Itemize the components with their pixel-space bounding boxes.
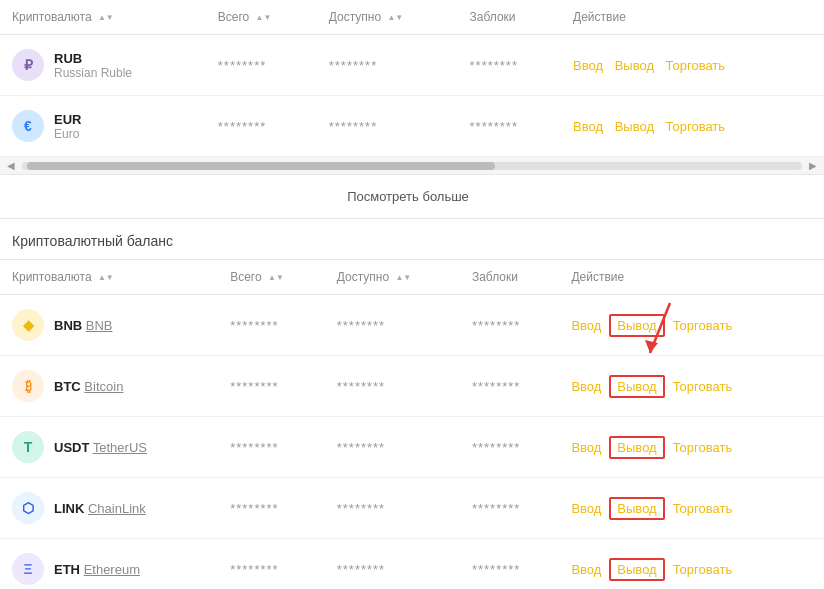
crypto-col-available: Доступно ▲▼ bbox=[325, 260, 460, 295]
eur-icon: € bbox=[12, 110, 44, 142]
scroll-left-arrow[interactable]: ◀ bbox=[4, 160, 18, 171]
bnb-available: ******** bbox=[325, 295, 460, 356]
rub-withdraw-link[interactable]: Вывод bbox=[615, 58, 654, 73]
btc-deposit-link[interactable]: Ввод bbox=[571, 379, 601, 394]
currency-name-link[interactable]: TetherUS bbox=[93, 440, 147, 455]
scroll-right-arrow[interactable]: ▶ bbox=[806, 160, 820, 171]
eth-trade-link[interactable]: Торговать bbox=[673, 562, 733, 577]
usdt-withdraw-highlighted[interactable]: Вывод bbox=[609, 436, 664, 459]
usdt-deposit-link[interactable]: Ввод bbox=[571, 440, 601, 455]
crypto-table-wrapper: Криптовалюта ▲▼ Всего ▲▼ Доступно ▲▼ З bbox=[0, 260, 824, 589]
fiat-col-blocked: Заблоки bbox=[458, 0, 562, 35]
rub-deposit-link[interactable]: Ввод bbox=[573, 58, 603, 73]
link-trade-link[interactable]: Торговать bbox=[673, 501, 733, 516]
fiat-eur-actions: Ввод Вывод Торговать bbox=[561, 96, 824, 157]
eth-actions: ВводВыводТорговать bbox=[559, 539, 824, 590]
currency-name-link[interactable]: Ethereum bbox=[84, 562, 140, 577]
eur-deposit-link[interactable]: Ввод bbox=[573, 119, 603, 134]
usdt-available: ******** bbox=[325, 417, 460, 478]
link-total: ******** bbox=[218, 478, 325, 539]
table-row: ₽ RUB Russian Ruble ******** ******** **… bbox=[0, 35, 824, 96]
see-more-link[interactable]: Посмотреть больше bbox=[347, 189, 469, 204]
usdt-blocked: ******** bbox=[460, 417, 559, 478]
crypto-section: Криптовалюта ▲▼ Всего ▲▼ Доступно ▲▼ З bbox=[0, 260, 824, 589]
crypto-table: Криптовалюта ▲▼ Всего ▲▼ Доступно ▲▼ З bbox=[0, 260, 824, 589]
sort-icon[interactable]: ▲▼ bbox=[256, 14, 272, 22]
btc-trade-link[interactable]: Торговать bbox=[673, 379, 733, 394]
page-container: Криптовалюта ▲▼ Всего ▲▼ Доступно ▲▼ З bbox=[0, 0, 824, 589]
currency-code: ETH bbox=[54, 562, 80, 577]
link-available: ******** bbox=[325, 478, 460, 539]
currency-name: Russian Ruble bbox=[54, 66, 132, 80]
crypto-col-blocked: Заблоки bbox=[460, 260, 559, 295]
eur-withdraw-link[interactable]: Вывод bbox=[615, 119, 654, 134]
rub-icon: ₽ bbox=[12, 49, 44, 81]
icon-link: ⬡ bbox=[12, 492, 44, 524]
table-row: ◆ BNB BNB ************************ВводВы… bbox=[0, 295, 824, 356]
rub-trade-link[interactable]: Торговать bbox=[666, 58, 726, 73]
currency-code: BNB bbox=[54, 318, 82, 333]
link-actions: ВводВыводТорговать bbox=[559, 478, 824, 539]
fiat-rub-actions: Ввод Вывод Торговать bbox=[561, 35, 824, 96]
crypto-table-header: Криптовалюта ▲▼ Всего ▲▼ Доступно ▲▼ З bbox=[0, 260, 824, 295]
currency-name-link[interactable]: ChainLink bbox=[88, 501, 146, 516]
icon-eth: Ξ bbox=[12, 553, 44, 585]
currency-name-link[interactable]: Bitcoin bbox=[84, 379, 123, 394]
usdt-actions: ВводВыводТорговать bbox=[559, 417, 824, 478]
fiat-rub-blocked: ******** bbox=[458, 35, 562, 96]
fiat-rub-available: ******** bbox=[317, 35, 458, 96]
sort-icon[interactable]: ▲▼ bbox=[98, 274, 114, 282]
link-deposit-link[interactable]: Ввод bbox=[571, 501, 601, 516]
see-more-cell: Посмотреть больше bbox=[0, 175, 824, 219]
currency-name-link[interactable]: BNB bbox=[86, 318, 113, 333]
currency-code: RUB bbox=[54, 51, 132, 66]
crypto-currency-cell-eth: Ξ ETH Ethereum bbox=[0, 539, 218, 590]
eur-trade-link[interactable]: Торговать bbox=[666, 119, 726, 134]
btc-withdraw-highlighted[interactable]: Вывод bbox=[609, 375, 664, 398]
crypto-currency-cell-btc: ₿ BTC Bitcoin bbox=[0, 356, 218, 417]
table-row: Ξ ETH Ethereum ************************В… bbox=[0, 539, 824, 590]
icon-bnb: ◆ bbox=[12, 309, 44, 341]
link-withdraw-highlighted[interactable]: Вывод bbox=[609, 497, 664, 520]
scroll-thumb[interactable] bbox=[27, 162, 495, 170]
fiat-currency-cell-eur: € EUR Euro bbox=[0, 96, 206, 157]
currency-code: USDT bbox=[54, 440, 89, 455]
bnb-deposit-link[interactable]: Ввод bbox=[571, 318, 601, 333]
usdt-total: ******** bbox=[218, 417, 325, 478]
currency-name: Euro bbox=[54, 127, 81, 141]
horizontal-scrollbar[interactable]: ◀ ▶ bbox=[0, 157, 824, 175]
fiat-eur-total: ******** bbox=[206, 96, 317, 157]
fiat-col-currency: Криптовалюта ▲▼ bbox=[0, 0, 206, 35]
fiat-eur-blocked: ******** bbox=[458, 96, 562, 157]
icon-usdt: T bbox=[12, 431, 44, 463]
usdt-trade-link[interactable]: Торговать bbox=[673, 440, 733, 455]
fiat-rub-total: ******** bbox=[206, 35, 317, 96]
fiat-col-available: Доступно ▲▼ bbox=[317, 0, 458, 35]
crypto-currency-cell-usdt: T USDT TetherUS bbox=[0, 417, 218, 478]
eth-blocked: ******** bbox=[460, 539, 559, 590]
eth-deposit-link[interactable]: Ввод bbox=[571, 562, 601, 577]
crypto-section-title: Криптовалютный баланс bbox=[0, 219, 824, 260]
scroll-track[interactable] bbox=[22, 162, 802, 170]
crypto-col-total: Всего ▲▼ bbox=[218, 260, 325, 295]
fiat-col-action: Действие bbox=[561, 0, 824, 35]
crypto-currency-cell-link: ⬡ LINK ChainLink bbox=[0, 478, 218, 539]
sort-icon[interactable]: ▲▼ bbox=[268, 274, 284, 282]
eth-withdraw-highlighted[interactable]: Вывод bbox=[609, 558, 664, 581]
sort-icon[interactable]: ▲▼ bbox=[395, 274, 411, 282]
fiat-table-header: Криптовалюта ▲▼ Всего ▲▼ Доступно ▲▼ З bbox=[0, 0, 824, 35]
sort-icon[interactable]: ▲▼ bbox=[387, 14, 403, 22]
btc-available: ******** bbox=[325, 356, 460, 417]
link-blocked: ******** bbox=[460, 478, 559, 539]
icon-btc: ₿ bbox=[12, 370, 44, 402]
crypto-col-currency: Криптовалюта ▲▼ bbox=[0, 260, 218, 295]
sort-icon[interactable]: ▲▼ bbox=[98, 14, 114, 22]
btc-total: ******** bbox=[218, 356, 325, 417]
svg-marker-1 bbox=[645, 340, 658, 353]
btc-blocked: ******** bbox=[460, 356, 559, 417]
fiat-eur-available: ******** bbox=[317, 96, 458, 157]
bnb-blocked: ******** bbox=[460, 295, 559, 356]
currency-code: BTC bbox=[54, 379, 81, 394]
red-arrow-annotation bbox=[640, 298, 700, 371]
crypto-table-body: ◆ BNB BNB ************************ВводВы… bbox=[0, 295, 824, 590]
